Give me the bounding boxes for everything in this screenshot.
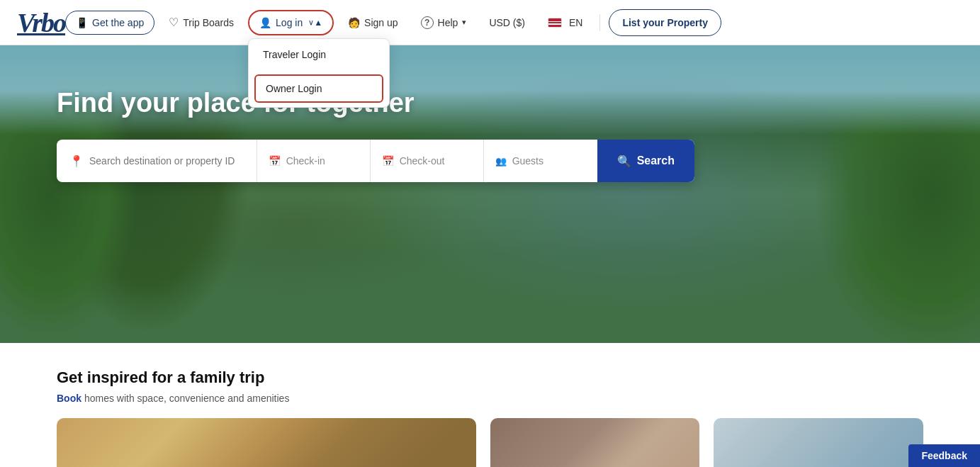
property-cards	[57, 418, 923, 467]
subtitle-amenities: homes with space, convenience and amenit…	[84, 393, 290, 404]
login-dropdown: Traveler Login Owner Login	[248, 38, 390, 108]
login-dropdown-wrapper: Log in ▲ Traveler Login Owner Login	[248, 10, 334, 35]
heart-icon	[169, 16, 179, 29]
nav-items: Get the app Trip Boards Log in ▲ Travele…	[65, 9, 721, 36]
user-outline-icon	[348, 17, 360, 28]
checkin-label: Check-in	[286, 155, 325, 167]
header: Vrbo Get the app Trip Boards Log in ▲ Tr…	[0, 0, 980, 45]
search-icon: 🔍	[617, 154, 631, 168]
owner-login-item[interactable]: Owner Login	[254, 74, 383, 103]
checkout-field[interactable]: 📅 Check-out	[371, 140, 484, 182]
checkin-field[interactable]: 📅 Check-in	[257, 140, 371, 182]
dog-card[interactable]	[490, 418, 700, 467]
chevron-down-icon: ▾	[462, 18, 466, 27]
location-icon: 📍	[69, 154, 84, 168]
hero-section: Find your place for together 📍 📅 Check-i…	[0, 45, 980, 343]
checkin-calendar-icon: 📅	[269, 155, 281, 167]
hero-content: Find your place for together 📍 📅 Check-i…	[0, 45, 980, 210]
houses-card[interactable]	[57, 418, 476, 467]
currency-button[interactable]: USD ($)	[480, 11, 534, 34]
feedback-tab[interactable]: Feedback	[908, 444, 980, 467]
guests-icon: 👥	[495, 156, 507, 167]
signup-button[interactable]: Sign up	[339, 11, 406, 34]
us-flag-icon	[548, 18, 562, 28]
search-bar: 📍 📅 Check-in 📅 Check-out 👥 Guests 🔍 Sear…	[57, 140, 694, 182]
checkout-calendar-icon: 📅	[382, 155, 394, 167]
login-button[interactable]: Log in ▲	[248, 10, 334, 35]
section-subtitle: Book homes with space, convenience and a…	[57, 393, 923, 404]
guests-label: Guests	[512, 155, 543, 167]
nav-separator	[599, 14, 600, 31]
list-property-button[interactable]: List your Property	[609, 9, 721, 36]
search-button[interactable]: 🔍 Search	[597, 140, 694, 182]
get-app-button[interactable]: Get the app	[65, 11, 154, 35]
help-icon: ?	[421, 16, 434, 29]
guests-field[interactable]: 👥 Guests	[484, 140, 597, 182]
book-link[interactable]: Book	[57, 393, 81, 404]
help-button[interactable]: ? Help ▾	[412, 11, 475, 35]
inspiration-section: Get inspired for a family trip Book home…	[0, 343, 980, 467]
section-title: Get inspired for a family trip	[57, 368, 923, 387]
user-icon	[259, 17, 271, 28]
chevron-up-icon: ▲	[308, 18, 322, 28]
phone-icon	[76, 17, 88, 28]
traveler-login-item[interactable]: Traveler Login	[249, 39, 389, 70]
language-button[interactable]: EN	[539, 11, 591, 34]
destination-input[interactable]	[89, 155, 244, 167]
checkout-label: Check-out	[400, 155, 445, 167]
trip-boards-button[interactable]: Trip Boards	[160, 10, 242, 35]
vrbo-logo[interactable]: Vrbo	[17, 9, 65, 36]
pool-card[interactable]	[714, 418, 923, 467]
hero-title: Find your place for together	[57, 88, 923, 118]
destination-field[interactable]: 📍	[57, 140, 257, 182]
